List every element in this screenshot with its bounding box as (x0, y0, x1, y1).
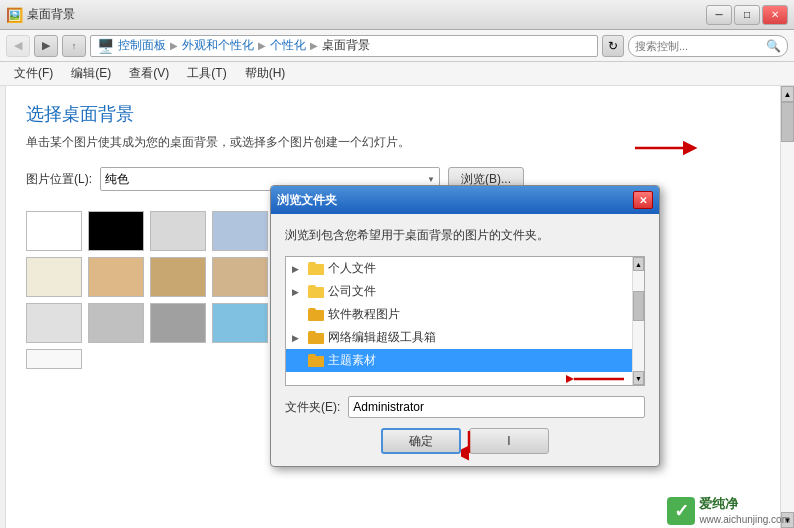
watermark: ✓ 爱纯净 www.aichunjing.com (667, 496, 790, 526)
folder-input[interactable] (348, 396, 645, 418)
tree-label-network: 网络编辑超级工具箱 (328, 329, 436, 346)
dialog-close-button[interactable]: ✕ (633, 191, 653, 209)
watermark-logo: ✓ (667, 497, 695, 525)
dialog-title: 浏览文件夹 (277, 192, 337, 209)
ok-arrow-annotation (461, 431, 477, 464)
dialog-arrow-annotation (566, 371, 626, 390)
tree-arrow-personal: ▶ (292, 264, 304, 274)
tree-item-theme-material[interactable]: 主题素材 (286, 349, 644, 372)
watermark-url: www.aichunjing.com (699, 513, 790, 526)
folder-icon-company (308, 285, 324, 298)
tree-label-company: 公司文件 (328, 283, 376, 300)
folder-label: 文件夹(E): (285, 399, 340, 416)
tree-arrow-company: ▶ (292, 287, 304, 297)
folder-icon-theme (308, 354, 324, 367)
tree-scrollbar[interactable]: ▲ ▼ (632, 257, 644, 385)
tree-arrow-network: ▶ (292, 333, 304, 343)
tree-scroll-thumb[interactable] (633, 291, 644, 321)
folder-icon-network (308, 331, 324, 344)
tree-label-software: 软件教程图片 (328, 306, 400, 323)
dialog-body: 浏览到包含您希望用于桌面背景的图片的文件夹。 ▶ 个人文件 ▶ 公司文件 (271, 214, 659, 466)
cancel-button[interactable]: I (469, 428, 549, 454)
ok-button[interactable]: 确定 (381, 428, 461, 454)
tree-item-personal-files[interactable]: ▶ 个人文件 (286, 257, 644, 280)
dialog-title-bar: 浏览文件夹 ✕ (271, 186, 659, 214)
tree-item-network-editor[interactable]: ▶ 网络编辑超级工具箱 (286, 326, 644, 349)
tree-label-personal: 个人文件 (328, 260, 376, 277)
folder-icon-personal (308, 262, 324, 275)
tree-scroll-track (633, 271, 644, 371)
tree-scroll-down[interactable]: ▼ (633, 371, 644, 385)
folder-icon-software (308, 308, 324, 321)
watermark-brand: 爱纯净 (699, 496, 790, 513)
tree-scroll-up[interactable]: ▲ (633, 257, 644, 271)
tree-label-theme: 主题素材 (328, 352, 376, 369)
dialog-description: 浏览到包含您希望用于桌面背景的图片的文件夹。 (285, 226, 645, 244)
tree-item-software-tutorial[interactable]: 软件教程图片 (286, 303, 644, 326)
browse-folder-dialog: 浏览文件夹 ✕ 浏览到包含您希望用于桌面背景的图片的文件夹。 ▶ 个人文件 ▶ … (270, 185, 660, 467)
folder-input-row: 文件夹(E): (285, 396, 645, 418)
file-tree: ▶ 个人文件 ▶ 公司文件 软件教程图片 ▶ (285, 256, 645, 386)
tree-item-company-files[interactable]: ▶ 公司文件 (286, 280, 644, 303)
dialog-overlay: 浏览文件夹 ✕ 浏览到包含您希望用于桌面背景的图片的文件夹。 ▶ 个人文件 ▶ … (0, 0, 794, 528)
